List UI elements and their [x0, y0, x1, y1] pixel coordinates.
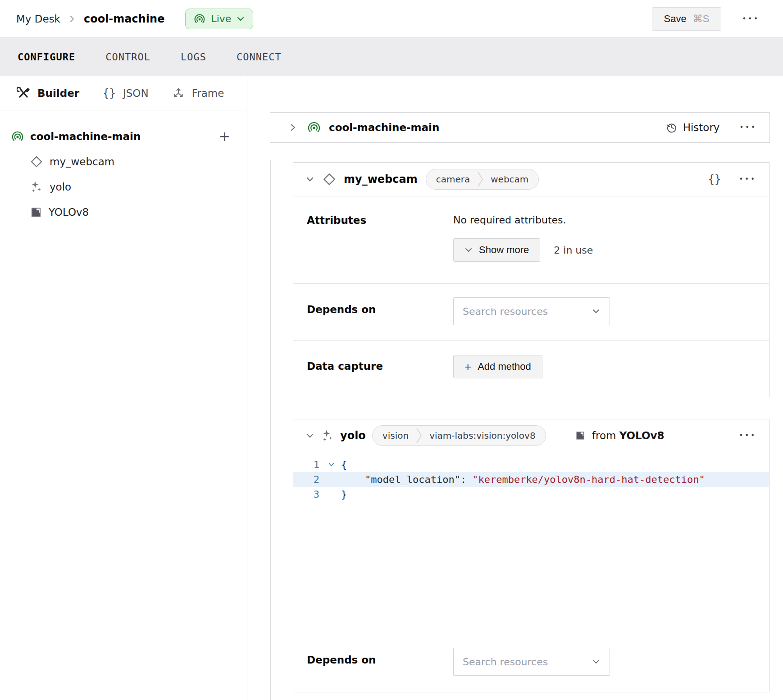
breadcrumb: My Desk cool-machine	[16, 13, 164, 25]
fold-toggle[interactable]	[321, 461, 341, 468]
frame-axes-icon	[172, 87, 185, 100]
tree-part-cool-machine-main[interactable]: cool-machine-main +	[0, 124, 247, 149]
mode-json-label: JSON	[123, 87, 149, 99]
edit-json-toggle[interactable]: {}	[708, 173, 721, 186]
code-line-2: 2 "model_location":"keremberke/yolov8n-h…	[293, 472, 769, 487]
tree-item-my-webcam[interactable]: my_webcam	[0, 149, 247, 174]
from-module-group: from YOLOv8	[575, 430, 665, 441]
chevron-down-icon	[237, 16, 245, 22]
collapse-chevron-down-icon[interactable]	[305, 431, 315, 441]
mode-json[interactable]: {} JSON	[103, 87, 149, 100]
part-card-title: cool-machine-main	[329, 122, 439, 133]
save-shortcut: ⌘S	[693, 13, 710, 25]
machine-name: cool-machine	[84, 13, 165, 25]
component-diamond-icon	[30, 155, 43, 168]
configure-main-panel: cool-machine-main History •••	[247, 76, 783, 700]
data-capture-label: Data capture	[307, 355, 453, 398]
part-card-cool-machine-main: cool-machine-main History •••	[270, 112, 770, 143]
resource-tree: cool-machine-main + my_webcam yolo	[0, 110, 247, 225]
resource-overflow-menu[interactable]: •••	[739, 432, 756, 440]
show-more-button[interactable]: Show more	[453, 238, 540, 262]
json-key: "model_location":	[365, 474, 466, 485]
attributes-json-editor[interactable]: 1 { 2 "model_location":"keremberke/yolov…	[293, 452, 769, 634]
tree-part-label: cool-machine-main	[30, 131, 219, 142]
depends-on-select[interactable]: Search resources	[453, 297, 610, 325]
add-method-label: Add method	[478, 361, 531, 373]
chevron-right-icon	[68, 14, 76, 23]
tab-logs[interactable]: LOGS	[181, 51, 206, 63]
depends-on-select[interactable]: Search resources	[453, 648, 610, 676]
line-number: 1	[293, 459, 321, 470]
resource-type-pill: camera webcam	[426, 169, 539, 190]
depends-on-section: Depends on Search resources	[293, 284, 769, 341]
depends-on-label: Depends on	[307, 297, 453, 340]
main-tab-bar: CONFIGURE CONTROL LOGS CONNECT	[0, 38, 783, 76]
code-line-3: 3 }	[293, 487, 769, 502]
resource-model-tag: viam-labs:vision:yolov8	[429, 430, 535, 441]
line-number: 2	[293, 474, 321, 485]
save-label: Save	[664, 13, 687, 25]
data-capture-section: Data capture + Add method	[293, 341, 769, 398]
pill-divider-chevron	[416, 427, 422, 445]
broadcast-icon	[11, 130, 24, 143]
history-button[interactable]: History	[666, 122, 720, 133]
broadcast-icon	[307, 121, 321, 134]
code-line-1: 1 {	[293, 457, 769, 472]
from-module-text: from YOLOv8	[592, 430, 665, 441]
top-bar: My Desk cool-machine Live Save ⌘S •••	[0, 0, 783, 38]
tab-configure[interactable]: CONFIGURE	[18, 51, 75, 63]
show-more-label: Show more	[479, 244, 529, 256]
add-method-button[interactable]: + Add method	[453, 355, 542, 378]
resource-card-yolo: yolo vision viam-labs:vision:yolov8	[293, 419, 769, 692]
resource-type-tag: camera	[436, 174, 470, 185]
mode-builder-label: Builder	[37, 87, 79, 99]
tree-item-label: YOLOv8	[49, 206, 89, 218]
save-button[interactable]: Save ⌘S	[652, 7, 722, 31]
tree-item-yolo[interactable]: yolo	[0, 174, 247, 200]
view-mode-switcher: Builder {} JSON Frame	[0, 76, 247, 110]
tree-item-yolov8-module[interactable]: YOLOv8	[0, 200, 247, 225]
module-icon	[30, 206, 42, 218]
braces-icon: {}	[103, 87, 116, 100]
resource-title: yolo	[340, 429, 366, 442]
resource-model-tag: webcam	[491, 174, 528, 185]
part-group-rail	[270, 160, 271, 700]
topbar-overflow-menu[interactable]: •••	[742, 15, 760, 23]
resource-title: my_webcam	[344, 173, 418, 186]
add-resource-button[interactable]: +	[219, 130, 230, 143]
breadcrumb-root-link[interactable]: My Desk	[16, 13, 60, 25]
resource-type-pill: vision viam-labs:vision:yolov8	[372, 425, 546, 446]
depends-on-section: Depends on Search resources	[293, 634, 769, 693]
builder-tools-icon	[17, 86, 30, 100]
mode-frame[interactable]: Frame	[172, 87, 224, 100]
yolo-header: yolo vision viam-labs:vision:yolov8	[293, 419, 769, 452]
tab-connect[interactable]: CONNECT	[237, 51, 282, 63]
chevron-down-icon	[592, 308, 601, 315]
depends-on-placeholder: Search resources	[463, 656, 592, 668]
mode-frame-label: Frame	[192, 87, 224, 99]
mode-builder[interactable]: Builder	[17, 86, 79, 100]
broadcast-icon	[194, 13, 205, 25]
chevron-down-icon	[464, 246, 473, 254]
history-label: History	[683, 122, 720, 133]
chevron-down-icon	[592, 658, 601, 665]
resource-overflow-menu[interactable]: •••	[739, 175, 756, 183]
attributes-label: Attributes	[307, 214, 453, 283]
live-label: Live	[211, 13, 231, 24]
service-sparkles-icon	[321, 429, 335, 442]
tree-item-label: yolo	[50, 181, 71, 193]
collapse-chevron-down-icon[interactable]	[305, 174, 315, 184]
history-clock-icon	[666, 122, 678, 133]
code-text: }	[341, 489, 347, 500]
attributes-empty-text: No required attributes.	[453, 214, 593, 226]
line-number: 3	[293, 489, 321, 500]
depends-on-placeholder: Search resources	[463, 306, 592, 317]
my-webcam-header: my_webcam camera webcam {} •••	[293, 163, 769, 196]
tab-control[interactable]: CONTROL	[105, 51, 150, 63]
resource-card-my-webcam: my_webcam camera webcam {} ••• Attribute…	[293, 162, 769, 397]
live-status-dropdown[interactable]: Live	[185, 9, 253, 29]
pill-divider-chevron	[477, 170, 483, 188]
part-card-overflow-menu[interactable]: •••	[739, 123, 757, 132]
module-icon	[575, 430, 586, 441]
expand-chevron-right-icon[interactable]	[288, 122, 297, 133]
